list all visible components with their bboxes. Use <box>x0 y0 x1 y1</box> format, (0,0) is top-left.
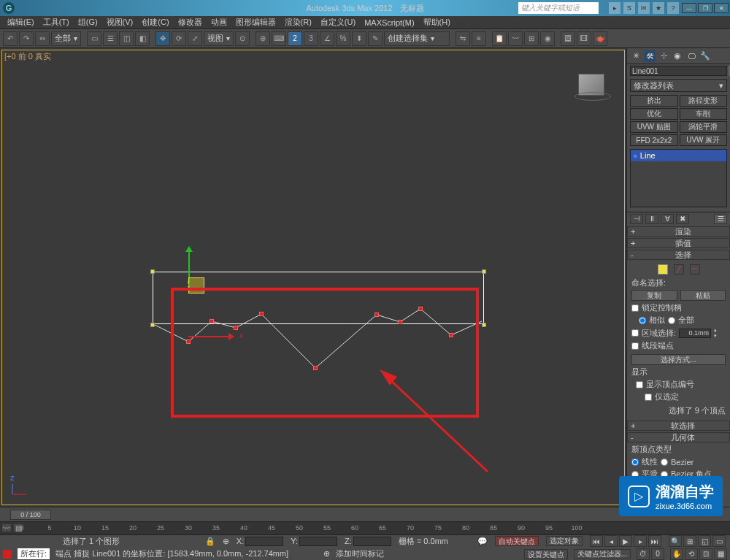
exchange-icon[interactable]: ✉ <box>638 2 650 14</box>
mod-uvwunwrap-button[interactable]: UVW 展开 <box>680 134 728 146</box>
mirror-button[interactable]: ⇋ <box>456 31 470 46</box>
menu-views[interactable]: 视图(V) <box>102 17 138 28</box>
prev-frame-icon[interactable]: ◂ <box>604 535 618 547</box>
menu-grapheditors[interactable]: 图形编辑器 <box>231 17 280 28</box>
display-tab-icon[interactable]: 🖵 <box>685 50 697 62</box>
minimize-button[interactable]: — <box>682 3 696 13</box>
select-name-button[interactable]: ☰ <box>103 31 118 46</box>
curve-editor-button[interactable]: 〰 <box>508 31 523 46</box>
percent-snap-button[interactable]: % <box>336 31 350 46</box>
menu-rendering[interactable]: 渲染(R) <box>280 17 316 28</box>
region-sel-checkbox[interactable] <box>631 329 639 337</box>
align-button[interactable]: ≡ <box>472 31 486 46</box>
vp-layout-icon[interactable]: ▦ <box>714 548 727 560</box>
filter-dropdown[interactable]: 全部▾ <box>51 31 81 46</box>
render-button[interactable]: 🫖 <box>593 31 607 46</box>
minmax-viewport-icon[interactable]: ⊡ <box>699 548 712 560</box>
pivot-button[interactable]: ⊙ <box>235 31 250 46</box>
viewport-label[interactable]: [+0 前 0 真实 <box>4 51 51 62</box>
orbit-icon[interactable]: ⟲ <box>685 548 698 560</box>
keyboard-shortcut-button[interactable]: ⌨ <box>272 31 286 46</box>
bbox-handle[interactable] <box>482 269 486 274</box>
layer-manager-button[interactable]: 📋 <box>492 31 507 46</box>
mod-uvwmap-button[interactable]: UVW 贴图 <box>630 121 678 133</box>
hierarchy-tab-icon[interactable]: ⊹ <box>658 50 669 62</box>
menu-create[interactable]: 创建(C) <box>137 17 173 28</box>
segend-checkbox[interactable] <box>631 342 639 350</box>
render-frame-button[interactable]: 🎞 <box>577 31 591 46</box>
abs-rel-icon[interactable]: ⊕ <box>223 537 229 546</box>
menu-customize[interactable]: 自定义(U) <box>316 17 360 28</box>
rollout-geom[interactable]: -几何体 <box>627 432 730 442</box>
help-search-input[interactable]: 键入关键字或短语 <box>518 2 599 14</box>
mod-optimize-button[interactable]: 优化 <box>630 108 678 120</box>
script-rec-icon[interactable] <box>3 550 12 559</box>
zoom-all-icon[interactable]: ⊞ <box>683 535 696 547</box>
close-button[interactable]: ✕ <box>714 3 729 13</box>
snap-2d-button[interactable]: 2 <box>288 31 302 46</box>
viewport[interactable]: [+0 前 0 真实 x y <box>0 48 626 507</box>
render-setup-button[interactable]: 🖼 <box>561 31 575 46</box>
select-object-button[interactable]: ▭ <box>87 31 101 46</box>
lock-handles-checkbox[interactable] <box>631 304 639 312</box>
comm-center-icon[interactable]: 💬 <box>477 537 488 546</box>
rollout-select[interactable]: -选择 <box>627 250 730 260</box>
link-button[interactable]: ⇔ <box>35 31 50 46</box>
menu-maxscript[interactable]: MAXScript(M) <box>360 18 418 27</box>
mod-ffd-button[interactable]: FFD 2x2x2 <box>630 134 678 146</box>
select-by-button[interactable]: 选择方式... <box>631 354 726 365</box>
rollout-soft[interactable]: +软选择 <box>627 421 730 431</box>
scale-button[interactable]: ⤢ <box>188 31 202 46</box>
stack-item-line[interactable]: Line <box>631 150 726 161</box>
favorite-icon[interactable]: ★ <box>653 2 664 14</box>
isolate-icon[interactable]: 0 <box>651 548 664 560</box>
menu-help[interactable]: 帮助(H) <box>419 17 455 28</box>
setkey-button[interactable]: 设置关键点 <box>524 549 568 559</box>
autokey-button[interactable]: 自动关键点 <box>495 536 539 546</box>
mod-turbosmooth-button[interactable]: 涡轮平滑 <box>680 121 728 133</box>
utilities-tab-icon[interactable]: 🔧 <box>699 50 711 62</box>
region-spinner[interactable]: 0.1mm <box>679 329 711 338</box>
keymode-dropdown[interactable]: 选定对象 <box>546 536 583 546</box>
show-end-icon[interactable]: Ⅱ <box>645 214 658 224</box>
redo-button[interactable]: ↷ <box>19 31 34 46</box>
next-frame-icon[interactable]: ▸ <box>634 535 647 547</box>
bbox-handle[interactable] <box>150 323 155 327</box>
similar-radio[interactable] <box>639 317 646 324</box>
mini-curve-icon[interactable]: 〰 <box>1 523 12 532</box>
maximize-button[interactable]: ❐ <box>698 3 712 13</box>
spline-subobj-icon[interactable]: 〰 <box>690 264 700 275</box>
show-vertnum-checkbox[interactable] <box>636 381 643 388</box>
window-crossing-button[interactable]: ◧ <box>135 31 150 46</box>
material-editor-button[interactable]: ◉ <box>540 31 555 46</box>
modify-tab-icon[interactable]: 🛠 <box>644 50 656 62</box>
lock-sel-icon[interactable]: 🔒 <box>205 537 215 546</box>
pin-stack-icon[interactable]: ⊣ <box>630 214 643 224</box>
coord-system-dropdown[interactable]: 视图▾ <box>204 31 234 46</box>
motion-tab-icon[interactable]: ◉ <box>672 50 683 62</box>
remove-mod-icon[interactable]: ✖ <box>676 214 689 224</box>
bbox-handle[interactable] <box>482 323 486 327</box>
configure-sets-icon[interactable]: ☰ <box>714 214 727 224</box>
goto-end-icon[interactable]: ⏭ <box>648 535 661 547</box>
zoom-ext-icon[interactable]: ◱ <box>698 535 711 547</box>
add-timemark-icon[interactable]: ⊕ <box>323 549 330 559</box>
pan-icon[interactable]: ✋ <box>670 548 683 560</box>
z-input[interactable] <box>353 537 391 546</box>
mod-lathe-button[interactable]: 车削 <box>680 108 728 120</box>
bbox-handle[interactable] <box>150 269 155 274</box>
y-input[interactable] <box>299 537 337 546</box>
all-radio[interactable] <box>668 317 675 324</box>
object-name-input[interactable] <box>630 66 727 76</box>
keyfilter-dropdown[interactable]: 关键点过滤器... <box>574 549 631 559</box>
select-region-button[interactable]: ◫ <box>119 31 134 46</box>
goto-start-icon[interactable]: ⏮ <box>590 535 603 547</box>
play-icon[interactable]: ▶ <box>619 535 632 547</box>
menu-tools[interactable]: 工具(T) <box>39 17 74 28</box>
angle-snap-button[interactable]: ∠ <box>320 31 334 46</box>
undo-button[interactable]: ↶ <box>3 31 18 46</box>
menu-animation[interactable]: 动画 <box>207 17 231 28</box>
viewcube[interactable] <box>578 74 604 96</box>
rollout-render[interactable]: +渲染 <box>627 226 730 237</box>
make-unique-icon[interactable]: ∀ <box>661 214 674 224</box>
